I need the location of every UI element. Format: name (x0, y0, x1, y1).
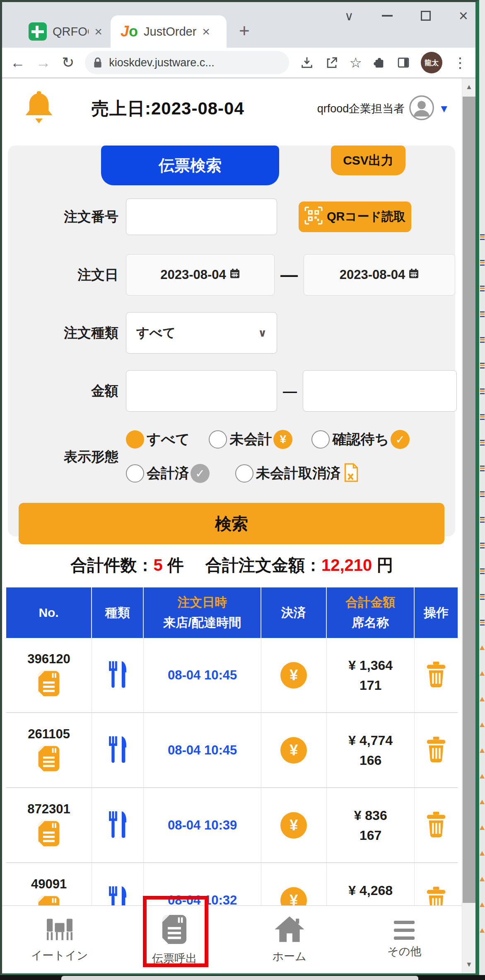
nav-item-other[interactable]: その他 (347, 906, 462, 973)
back-icon[interactable]: ← (10, 54, 25, 71)
scroll-down-icon[interactable]: ▼ (462, 956, 476, 973)
csv-export-button[interactable]: CSV出力 (331, 146, 405, 175)
total-amount: ¥ 836 (354, 808, 387, 823)
tab-close-icon[interactable]: × (94, 25, 102, 38)
browser-menu-icon[interactable]: ⋮ (453, 54, 467, 71)
menu-lines-icon (394, 921, 415, 940)
col-type: 種類 (92, 587, 144, 638)
col-payment: 決済 (261, 587, 327, 638)
tab-label: JustOrder (144, 25, 196, 39)
display-state-label: 表示形態 (16, 448, 126, 466)
order-date-from-input[interactable]: 2023-08-04 (126, 254, 275, 296)
order-no: 261105 (28, 727, 70, 742)
notification-bell-icon[interactable] (24, 91, 54, 126)
seat-name: 166 (360, 753, 381, 768)
table-header-row: No. 種類 注文日時来店/配達時間 決済 合計金額席名称 操作 (6, 587, 458, 638)
nav-item-eatin[interactable]: イートイン (2, 906, 117, 973)
reload-icon[interactable]: ↻ (62, 54, 74, 71)
seat-name: 171 (360, 678, 381, 693)
bottom-nav: イートイン 伝票呼出 ホーム その他 (2, 905, 462, 973)
extensions-puzzle-icon[interactable] (373, 56, 386, 69)
window-close-button[interactable]: × (459, 8, 468, 24)
browser-window: QRFOOD- × Jo JustOrder × + ∨ × ← → ↻ kio… (0, 0, 479, 975)
payment-yen-icon: ¥ (280, 662, 307, 689)
col-no: No. (6, 587, 92, 638)
order-number-label: 注文番号 (16, 208, 126, 226)
order-no: 396120 (27, 652, 70, 667)
download-icon[interactable] (300, 56, 314, 70)
results-summary: 合計件数：5 件合計注文金額：12,210 円 (2, 554, 462, 577)
qr-scan-button[interactable]: QRコード読取 (299, 201, 411, 232)
bookmark-star-icon[interactable]: ☆ (350, 54, 362, 71)
background-desktop-band (0, 975, 485, 980)
nav-item-home[interactable]: ホーム (232, 906, 347, 973)
order-type-select[interactable]: すべて ∨ (126, 312, 277, 354)
side-panel-icon[interactable] (397, 56, 410, 69)
user-menu-caret-icon[interactable]: ▼ (439, 102, 449, 115)
radio-awaiting-confirm[interactable]: 確認待ち ✓ (311, 430, 410, 449)
window-chevron-icon[interactable]: ∨ (345, 9, 354, 23)
order-date-to-input[interactable]: 2023-08-04 (304, 254, 455, 296)
user-avatar-icon[interactable] (409, 95, 434, 122)
slip-search-panel: 伝票検索 CSV出力 注文番号 QRコード読取 注文日 (8, 146, 455, 536)
window-maximize-button[interactable] (421, 11, 431, 21)
nav-label: イートイン (31, 948, 88, 963)
cancelled-doc-icon (343, 463, 359, 484)
page-scrollbar[interactable]: ▲ ▼ (462, 78, 475, 973)
background-window-edge (61, 976, 418, 980)
search-button[interactable]: 検索 (19, 503, 444, 544)
highlight-rectangle (143, 896, 208, 967)
radio-paid[interactable]: 会計済 ✓ (126, 464, 210, 483)
order-datetime[interactable]: 08-04 10:39 (168, 818, 237, 833)
amount-from-input[interactable] (126, 370, 277, 412)
payment-yen-icon: ¥ (280, 737, 307, 764)
tab-justorder[interactable]: Jo JustOrder × (111, 15, 227, 48)
delete-trash-icon[interactable] (425, 662, 448, 689)
eatin-type-icon (106, 735, 129, 766)
slip-doc-icon[interactable] (37, 820, 61, 849)
justorder-favicon: Jo (121, 23, 138, 40)
order-datetime[interactable]: 08-04 10:45 (168, 743, 237, 758)
qr-code-icon (304, 206, 323, 228)
lock-icon (93, 57, 102, 68)
home-icon (274, 916, 305, 945)
order-datetime[interactable]: 08-04 10:45 (168, 668, 237, 683)
check-badge-gray-icon: ✓ (191, 464, 210, 483)
slip-doc-icon[interactable] (37, 670, 61, 699)
radio-unpaid-cancelled[interactable]: 未会計取消済 (235, 463, 359, 484)
total-amount: ¥ 1,364 (348, 658, 393, 673)
share-icon[interactable] (325, 56, 339, 70)
scroll-up-icon[interactable]: ▲ (462, 78, 476, 96)
delete-trash-icon[interactable] (425, 812, 448, 839)
delete-trash-icon[interactable] (425, 737, 448, 764)
slip-doc-icon[interactable] (37, 745, 61, 774)
slip-search-tab-button[interactable]: 伝票検索 (101, 146, 279, 185)
radio-icon (209, 430, 227, 449)
address-bar[interactable]: kioskdev.justware.c... (85, 51, 289, 74)
page-content: 売上日:2023-08-04 qrfood企業担当者 ▼ 伝票検索 CSV出力 … (2, 78, 462, 973)
eatin-table-icon (42, 917, 77, 944)
new-tab-button[interactable]: + (239, 20, 250, 41)
radio-unpaid[interactable]: 未会計 ¥ (209, 430, 292, 449)
col-datetime: 注文日時来店/配達時間 (144, 587, 261, 638)
browser-profile-avatar[interactable]: 龍太 (421, 52, 442, 73)
forward-icon[interactable]: → (36, 54, 51, 71)
radio-all[interactable]: すべて (126, 430, 190, 449)
order-number-input[interactable] (126, 199, 277, 235)
radio-icon (235, 464, 253, 483)
background-window-artifacts (479, 0, 485, 980)
scrollbar-thumb[interactable] (463, 97, 475, 903)
yen-badge-icon: ¥ (273, 430, 292, 449)
tab-qrfood[interactable]: QRFOOD- × (19, 15, 111, 48)
amount-range-dash: — (283, 383, 297, 399)
payment-yen-icon: ¥ (280, 812, 307, 839)
tab-close-icon[interactable]: × (202, 25, 210, 38)
radio-icon (311, 430, 330, 449)
eatin-type-icon (106, 810, 129, 841)
browser-toolbar: ← → ↻ kioskdev.justware.c... ☆ 龍太 ⋮ (2, 48, 475, 78)
amount-to-input[interactable] (303, 370, 457, 412)
window-minimize-button[interactable] (382, 15, 393, 17)
table-row: 872301 08-04 10:39 ¥ ¥ 836167 (6, 788, 458, 863)
tab-label: QRFOOD- (53, 25, 89, 39)
radio-selected-icon (126, 430, 144, 449)
